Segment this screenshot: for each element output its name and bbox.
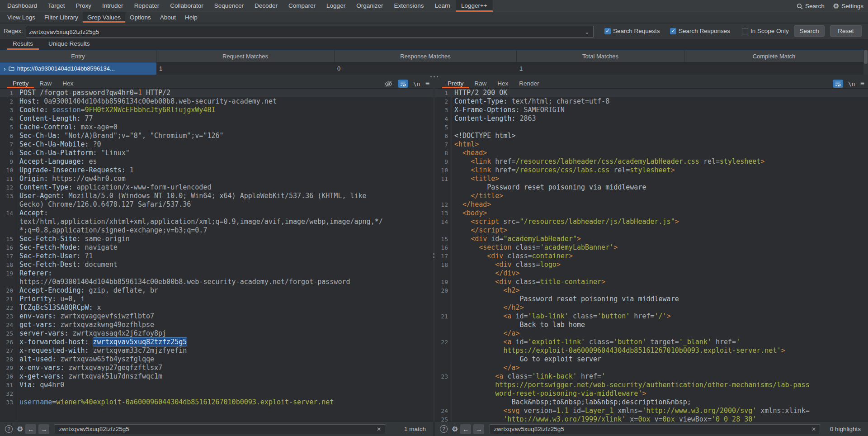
eye-slash-icon[interactable] bbox=[384, 81, 393, 87]
editor-line[interactable]: 20 <h2> bbox=[435, 286, 868, 295]
response-tab-render[interactable]: Render bbox=[514, 79, 544, 88]
editor-menu-icon[interactable]: ≡ bbox=[425, 80, 429, 87]
menu-item-sequencer[interactable]: Sequencer bbox=[209, 0, 249, 12]
editor-line[interactable]: 11 <title> bbox=[435, 175, 868, 183]
editor-line[interactable]: 4Content-Length: 2863 bbox=[435, 114, 868, 123]
submenu-item-help[interactable]: Help bbox=[180, 12, 202, 23]
editor-line[interactable]: 3X-Frame-Options: SAMEORIGIN bbox=[435, 106, 868, 114]
editor-line[interactable]: 28alt-used: zwrtxqvaw65fb4yszfglqqe bbox=[0, 355, 433, 364]
editor-line[interactable]: 23 <a class='link-back' href=' bbox=[435, 372, 868, 381]
submenu-item-view-logs[interactable]: View Logs bbox=[3, 12, 40, 23]
editor-line[interactable]: Go to exploit server bbox=[435, 355, 868, 364]
editor-line[interactable]: 15Sec-Fetch-Site: same-origin bbox=[0, 235, 433, 243]
header-cell-complete-match[interactable]: Complete Match bbox=[684, 50, 863, 62]
editor-line[interactable]: </script> bbox=[435, 226, 868, 235]
editor-line[interactable]: </h2> bbox=[435, 303, 868, 312]
menu-item-logger[interactable]: Logger bbox=[321, 0, 351, 12]
table-row[interactable]: › https://0a93001404d104bb8596134... 1 0… bbox=[0, 62, 863, 75]
next-match-button[interactable]: → bbox=[473, 424, 484, 434]
response-tab-hex[interactable]: Hex bbox=[492, 79, 514, 88]
request-tab-pretty[interactable]: Pretty bbox=[7, 79, 34, 88]
entry-cell[interactable]: › https://0a93001404d104bb8596134... bbox=[0, 62, 156, 75]
header-cell-total-matches[interactable]: Total Matches bbox=[517, 50, 684, 62]
editor-line[interactable]: 7<html> bbox=[435, 140, 868, 149]
editor-line[interactable]: 10Upgrade-Insecure-Requests: 1 bbox=[0, 166, 433, 175]
word-wrap-icon[interactable] bbox=[398, 80, 408, 88]
menu-item-decoder[interactable]: Decoder bbox=[249, 0, 283, 12]
editor-line[interactable]: 1HTTP/2 200 OK bbox=[435, 89, 868, 97]
editor-line[interactable]: 4Content-Length: 77 bbox=[0, 114, 433, 123]
editor-line[interactable]: 18 <div class=logo> bbox=[435, 261, 868, 269]
header-cell-entry[interactable]: Entry bbox=[0, 50, 156, 62]
editor-line[interactable]: 3Cookie: session=9FH0tX2NWcEFbbhcJty6Rli… bbox=[0, 106, 433, 114]
tab-unique-results[interactable]: Unique Results bbox=[42, 39, 96, 49]
editor-line[interactable]: https://portswigger.net/web-security/aut… bbox=[435, 381, 868, 389]
editor-line[interactable]: 26x-forwarded-host: zwrtxqvav5xuq82tzfz2… bbox=[0, 338, 433, 346]
editor-line[interactable]: 1POST /forgot-password?qw4hr0=1 HTTP/2 bbox=[0, 89, 433, 97]
editor-line[interactable]: 9Accept-Language: es bbox=[0, 157, 433, 166]
editor-line[interactable]: 5Cache-Control: max-age=0 bbox=[0, 123, 433, 132]
editor-line[interactable]: 15 <div id="academyLabHeader"> bbox=[435, 235, 868, 243]
editor-line[interactable]: Password reset poisoning via middleware bbox=[435, 183, 868, 192]
editor-line[interactable]: 23env-vars: zwrtxqvagqevfsiwzflbto7 bbox=[0, 312, 433, 321]
editor-line[interactable]: https://exploit-0a600096044304db85161267… bbox=[435, 346, 868, 355]
submenu-item-filter-library[interactable]: Filter Library bbox=[40, 12, 83, 23]
editor-line[interactable]: 13User-Agent: Mozilla/5.0 (Windows NT 10… bbox=[0, 192, 433, 200]
editor-line[interactable]: </a> bbox=[435, 329, 868, 338]
menu-item-repeater[interactable]: Repeater bbox=[129, 0, 165, 12]
clear-search-icon[interactable]: ✕ bbox=[811, 426, 816, 432]
editor-line[interactable]: 25 'http://www.w3.org/1999/xlink' x=0px … bbox=[435, 415, 868, 422]
word-wrap-icon[interactable] bbox=[833, 80, 843, 88]
menu-item-proxy[interactable]: Proxy bbox=[71, 0, 97, 12]
editor-line[interactable]: 12Content-Type: application/x-www-form-u… bbox=[0, 183, 433, 192]
gear-icon[interactable]: ⚙ bbox=[17, 426, 23, 433]
regex-value[interactable]: zwrtxqvav5xuq82tzfz25g5 bbox=[29, 28, 585, 35]
editor-line[interactable]: Password reset poisoning via middleware bbox=[435, 295, 868, 303]
expand-chevron-icon[interactable]: › bbox=[4, 66, 6, 72]
menu-item-comparer[interactable]: Comparer bbox=[283, 0, 321, 12]
search-button[interactable]: Search bbox=[794, 25, 825, 37]
search-responses-checkbox[interactable]: ✓ Search Responses bbox=[670, 28, 730, 34]
menu-item-target[interactable]: Target bbox=[42, 0, 71, 12]
checkbox-box[interactable]: ✓ bbox=[670, 28, 676, 34]
editor-line[interactable]: 31Via: qw4hr0 bbox=[0, 381, 433, 389]
header-cell-response-matches[interactable]: Response Matches bbox=[335, 50, 517, 62]
editor-line[interactable]: 27x-requested-with: zwrtxqvam33c72mjzfye… bbox=[0, 346, 433, 355]
editor-menu-icon[interactable]: ≡ bbox=[860, 80, 864, 87]
response-search-input[interactable]: zwrtxqvav5xuq82tzfz25g5 ✕ bbox=[490, 424, 820, 434]
editor-line[interactable]: </title> bbox=[435, 192, 868, 200]
editor-line[interactable]: *;q=0.8,application/signed-exchange;v=b3… bbox=[0, 226, 433, 235]
editor-line[interactable]: 12 </head> bbox=[435, 200, 868, 209]
editor-line[interactable]: 7Sec-Ch-Ua-Mobile: ?0 bbox=[0, 140, 433, 149]
editor-line[interactable]: 22 <a id='exploit-link' class='button' t… bbox=[435, 338, 868, 346]
regex-combobox[interactable]: zwrtxqvav5xuq82tzfz25g5 ⌄ bbox=[26, 26, 594, 38]
response-tab-pretty[interactable]: Pretty bbox=[442, 79, 469, 88]
request-tab-hex[interactable]: Hex bbox=[57, 79, 79, 88]
table-scrollbar[interactable] bbox=[863, 50, 868, 75]
in-scope-only-checkbox[interactable]: In Scope Only bbox=[742, 28, 789, 34]
horizontal-splitter[interactable] bbox=[0, 75, 868, 79]
chevron-down-icon[interactable]: ⌄ bbox=[585, 28, 590, 35]
editor-line[interactable]: Back&nbsp;to&nbsp;lab&nbsp;description&n… bbox=[435, 398, 868, 407]
editor-line[interactable]: 10 <link href=/resources/css/labs.css re… bbox=[435, 166, 868, 175]
editor-line[interactable]: 25server-vars: zwrtxqvasaq4x2j6zfoy8pj bbox=[0, 329, 433, 338]
search-requests-checkbox[interactable]: ✓ Search Requests bbox=[604, 28, 660, 34]
editor-line[interactable]: 20Accept-Encoding: gzip, deflate, br bbox=[0, 286, 433, 295]
editor-line[interactable]: 32 bbox=[0, 389, 433, 398]
checkbox-box[interactable]: ✓ bbox=[604, 28, 611, 34]
editor-line[interactable]: 17 <div class=container> bbox=[435, 252, 868, 261]
editor-line[interactable]: word-reset-poisoning-via-middleware'> bbox=[435, 389, 868, 398]
response-editor[interactable]: 1HTTP/2 200 OK2Content-Type: text/html; … bbox=[435, 89, 868, 422]
editor-line[interactable]: 19Referer: bbox=[0, 269, 433, 278]
global-search-button[interactable]: Search bbox=[797, 3, 825, 9]
editor-line[interactable]: 16 <section class='academyLabBanner'> bbox=[435, 243, 868, 252]
menu-item-dashboard[interactable]: Dashboard bbox=[2, 0, 42, 12]
request-search-input[interactable]: zwrtxqvav5xuq82tzfz25g5 ✕ bbox=[55, 424, 385, 434]
editor-line[interactable]: 30x-get-vars: zwrtxqvak51u7dnszfwqc1m bbox=[0, 372, 433, 381]
editor-line[interactable]: text/html,application/xhtml+xml,applicat… bbox=[0, 218, 433, 226]
editor-line[interactable]: 19 <div class=title-container> bbox=[435, 278, 868, 286]
menu-item-logger[interactable]: Logger++ bbox=[456, 0, 493, 12]
editor-line[interactable]: 14 <script src="/resources/labheader/js/… bbox=[435, 218, 868, 226]
editor-line[interactable]: 8Sec-Ch-Ua-Platform: "Linux" bbox=[0, 149, 433, 157]
editor-line[interactable]: Back to lab home bbox=[435, 321, 868, 329]
